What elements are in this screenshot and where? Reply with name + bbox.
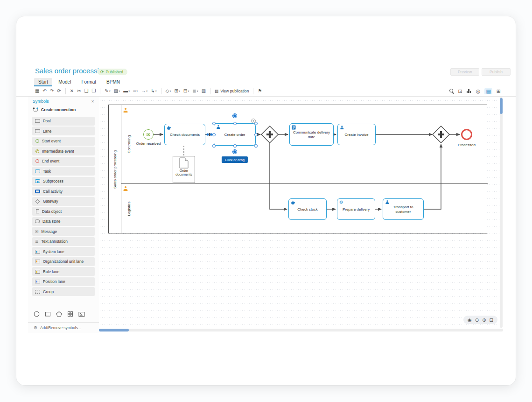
selection-handle[interactable] [212, 144, 216, 148]
symbol-item-organizational-unit-lane[interactable]: Organizational unit lane [32, 257, 95, 266]
selection-handle[interactable] [212, 122, 216, 125]
refresh-icon[interactable]: ⟳ [57, 89, 61, 93]
connect-handle[interactable] [233, 150, 237, 154]
symbol-item-system-lane[interactable]: System lane [32, 247, 95, 256]
flag-icon[interactable]: ⚑ [258, 89, 262, 93]
zoom-out-icon[interactable]: ⊖ [475, 317, 479, 323]
role-lane-icon [35, 270, 40, 274]
vertical-scrollbar[interactable] [500, 97, 503, 328]
task-create-order[interactable]: Create order [214, 123, 256, 146]
shape-glyph: ◇ [166, 89, 169, 93]
tab-model[interactable]: Model [54, 78, 75, 86]
selection-handle[interactable] [254, 133, 258, 136]
symbol-item-data-store[interactable]: Data store [32, 217, 95, 226]
symbol-item-lane[interactable]: Lane [32, 127, 95, 135]
image-shape-icon[interactable] [78, 311, 85, 317]
line-style-icon[interactable]: ▬▾ [123, 89, 130, 93]
delete-icon[interactable]: ✕ [70, 89, 74, 93]
preview-button[interactable]: Preview [450, 68, 479, 76]
sequence-flow[interactable] [424, 144, 441, 209]
globe-icon[interactable]: ◎ [476, 89, 481, 94]
chart-icon[interactable] [467, 89, 472, 93]
square-shape-icon[interactable] [45, 311, 51, 317]
align-icon[interactable]: ⊞▾ [174, 89, 180, 93]
horizontal-scrollbar[interactable] [99, 329, 503, 331]
quick-action-handle[interactable] [251, 119, 256, 123]
pen-color-icon[interactable]: ✎▾ [105, 89, 110, 93]
rotation-handle[interactable] [233, 114, 237, 118]
selection-handle[interactable] [233, 144, 237, 148]
task-transport-to-customer[interactable]: Transport to customer [383, 198, 424, 220]
undo-icon[interactable]: ↶ [42, 89, 46, 93]
symbol-item-label: Data store [42, 219, 60, 224]
screen-icon[interactable]: ⊡ [458, 89, 462, 94]
symbol-item-label: Group [43, 289, 54, 294]
create-connection-item[interactable]: Create connection [28, 105, 99, 115]
zoom-in-icon[interactable]: ⊕ [482, 317, 486, 323]
parallel-gateway-2[interactable] [433, 126, 449, 143]
task-label: Transport to customer [386, 205, 420, 214]
tab-start[interactable]: Start [34, 78, 52, 86]
toolbar-separator [100, 88, 100, 94]
selection-handle[interactable] [233, 122, 237, 125]
task-check-documents[interactable]: Check documents [164, 124, 205, 145]
connector-style-icon[interactable]: ↳▾ [151, 89, 156, 93]
task-create-invoice[interactable]: Create invoice [337, 124, 376, 145]
close-icon[interactable]: ✕ [91, 99, 94, 104]
properties-icon[interactable]: ▥ [202, 89, 206, 93]
view-publication-button[interactable]: ▤ View publication [215, 89, 249, 93]
vertical-scroll-thumb[interactable] [500, 98, 503, 114]
layout-icon[interactable]: ≣▾ [192, 89, 198, 93]
symbol-item-pool[interactable]: Pool [32, 117, 95, 126]
task-prepare-delivery[interactable]: ⚙ Prepare delivery [337, 198, 375, 220]
zoom-fit-icon[interactable]: ⊡ [490, 317, 493, 323]
save-icon[interactable]: ▦ [35, 89, 39, 93]
distribute-icon[interactable]: ⊟▾ [183, 89, 189, 93]
attributes-icon[interactable]: ▤ [484, 88, 492, 94]
symbol-item-call-activity[interactable]: Call activity [32, 187, 95, 196]
symbol-item-intermediate-event[interactable]: Intermediate event [32, 147, 95, 155]
start-event[interactable]: ✉ [143, 129, 154, 140]
symbol-item-role-lane[interactable]: Role lane [32, 267, 95, 276]
symbol-item-text-annotation[interactable]: ≣Text annotation [32, 237, 95, 246]
copy-icon[interactable]: ❏ [84, 89, 88, 93]
horizontal-scroll-thumb[interactable] [99, 329, 129, 331]
symbol-item-start-event[interactable]: Start event [32, 137, 95, 146]
search-icon[interactable] [449, 89, 454, 93]
grid-shape-icon[interactable] [67, 311, 73, 317]
add-remove-symbols[interactable]: ⚙ Add/Remove symbols... [28, 322, 99, 333]
symbol-item-task[interactable]: Task [32, 167, 95, 176]
fill-color-icon[interactable]: ▨▾ [114, 89, 120, 93]
symbol-item-end-event[interactable]: End event [32, 157, 95, 166]
tab-format[interactable]: Format [77, 78, 100, 86]
selection-handle[interactable] [212, 133, 216, 136]
end-event[interactable] [461, 129, 472, 140]
selection-handle[interactable] [254, 144, 258, 148]
shape-icon[interactable]: ◇▾ [166, 89, 171, 93]
redo-icon[interactable]: ↷ [50, 89, 54, 93]
paste-icon[interactable]: ❐ [91, 89, 96, 93]
table-icon[interactable]: ⊞ [497, 89, 501, 94]
sequence-flow[interactable] [270, 143, 287, 209]
zoom-controls: ◉ ⊖ ⊕ ⊡ [463, 316, 497, 324]
dash-style-icon[interactable]: ┅▾ [133, 89, 138, 93]
diagram-canvas[interactable]: Sales order processing Controlling Logis… [99, 97, 503, 328]
overview-icon[interactable]: ◉ [468, 317, 472, 323]
pentagon-shape-icon[interactable] [56, 311, 62, 317]
circle-shape-icon[interactable] [34, 311, 40, 317]
symbol-item-gateway[interactable]: Gateway [32, 197, 95, 206]
symbol-item-group[interactable]: Group [32, 287, 95, 296]
tab-bpmn[interactable]: BPMN [102, 78, 124, 86]
task-check-stock[interactable]: Check stock [288, 198, 327, 220]
task-communicate-delivery-date[interactable]: Communicate delivery date [289, 123, 334, 146]
symbol-item-message[interactable]: ✉Message [32, 227, 95, 236]
symbol-item-position-lane[interactable]: Position lane [32, 277, 95, 286]
cut-icon[interactable]: ✂ [77, 89, 81, 93]
arrow-style-icon[interactable]: →▾ [141, 89, 147, 93]
data-object-order-documents[interactable]: Order documents [173, 156, 195, 183]
symbol-item-subprocess[interactable]: Subprocess [32, 177, 95, 186]
symbol-item-data-object[interactable]: Data object [32, 207, 95, 216]
parallel-gateway-1[interactable] [261, 126, 278, 143]
publish-button[interactable]: Publish [482, 68, 511, 76]
connection-point[interactable] [206, 133, 209, 135]
